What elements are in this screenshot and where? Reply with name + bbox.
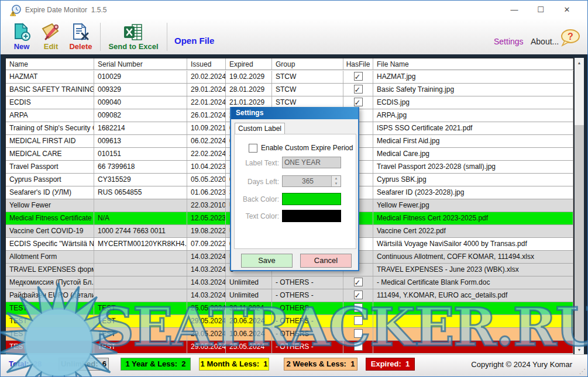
new-button-label: New bbox=[8, 42, 36, 51]
window-title: Expire Date Monitor 1.5.5 bbox=[25, 6, 106, 14]
cell-file: Seafarer ID (2023-2028).jpg bbox=[373, 186, 573, 199]
settings-button[interactable]: Settings bbox=[494, 37, 524, 46]
hasfile-checkbox-checked[interactable] bbox=[354, 278, 363, 286]
cancel-button[interactable]: Cancel bbox=[300, 254, 352, 268]
cell-name: Медкомиссия (Пустой Бл... bbox=[6, 276, 94, 289]
hasfile-checkbox-checked[interactable] bbox=[354, 72, 363, 81]
scroll-up-button[interactable]: ▲ bbox=[575, 58, 584, 68]
open-file-button[interactable]: Open File bbox=[174, 36, 214, 46]
help-icon[interactable]: ? bbox=[559, 29, 581, 47]
table-row[interactable]: Райфайзен EURO (детали...14.03.2024Unlim… bbox=[6, 289, 573, 302]
cell-issued: 14.03.2024 bbox=[187, 276, 226, 289]
hasfile-checkbox-unchecked[interactable] bbox=[354, 329, 363, 338]
new-button[interactable]: New bbox=[8, 23, 36, 51]
tab-custom-label[interactable]: Custom Label bbox=[235, 123, 285, 134]
cell-file: Medical Fitness Cert 2023-2025.pdf bbox=[373, 212, 573, 224]
cell-hasFile[interactable] bbox=[343, 71, 373, 83]
hasfile-checkbox-checked[interactable] bbox=[354, 98, 363, 106]
cell-name: Yellow Fewer bbox=[6, 199, 94, 212]
table-row[interactable]: TESTTEST29.05.202420.06.2024- OTHERS - bbox=[6, 315, 573, 328]
edit-button[interactable]: Edit bbox=[37, 23, 65, 51]
cell-hasFile[interactable] bbox=[343, 315, 373, 327]
cell-issued: 29.05.2024 bbox=[187, 315, 226, 327]
cell-name: TEST bbox=[6, 302, 94, 314]
stepper-up-icon[interactable]: ▲ bbox=[332, 176, 341, 181]
hasfile-checkbox-unchecked[interactable] bbox=[354, 342, 363, 351]
cell-serial: 010151 bbox=[94, 148, 187, 160]
scrollbar-thumb[interactable] bbox=[575, 68, 584, 125]
back-color-label: Back Color: bbox=[237, 195, 279, 203]
resize-grip-icon[interactable]: ⋰ bbox=[579, 368, 586, 375]
cell-serial bbox=[94, 251, 187, 263]
table-row[interactable]: Медкомиссия (Пустой Бл...14.03.2024Unlim… bbox=[6, 276, 573, 289]
toolbar-separator bbox=[100, 23, 101, 51]
column-header-serial[interactable]: Serial Number bbox=[94, 58, 187, 70]
cell-expired: 20.06.2024 bbox=[226, 315, 272, 327]
cell-issued: 25.05.2024 bbox=[187, 302, 226, 314]
table-header-row: NameSerial NumberIssuedExpiredGroupHasFi… bbox=[6, 58, 573, 71]
enable-custom-expire-checkbox[interactable] bbox=[249, 144, 257, 153]
excel-icon bbox=[122, 23, 145, 41]
cell-serial bbox=[94, 276, 187, 289]
hasfile-checkbox-unchecked[interactable] bbox=[354, 316, 363, 325]
cell-serial: 010029 bbox=[94, 71, 187, 83]
table-row[interactable]: HAZMAT01002920.02.202419.02.2029STCWHAZM… bbox=[6, 71, 573, 84]
scroll-down-button[interactable]: ▼ bbox=[575, 345, 584, 355]
cell-hasFile[interactable] bbox=[343, 84, 373, 96]
toolbar: New Edit Delete Send to Excel Open File … bbox=[1, 19, 587, 55]
cell-hasFile[interactable] bbox=[343, 289, 373, 302]
vertical-scrollbar[interactable]: ▲ ▼ bbox=[575, 58, 584, 355]
column-header-issued[interactable]: Issued bbox=[187, 58, 226, 70]
table-row[interactable]: TESTTEST25.05.202430.11.2024- OTHERS - bbox=[6, 302, 573, 315]
send-to-excel-button[interactable]: Send to Excel bbox=[104, 23, 163, 51]
hasfile-checkbox-checked[interactable] bbox=[354, 85, 363, 94]
column-header-file[interactable]: File Name bbox=[373, 58, 573, 70]
maximize-button[interactable]: ☐ bbox=[529, 1, 552, 19]
delete-button[interactable]: Delete bbox=[65, 23, 97, 51]
stepper-down-icon[interactable]: ▼ bbox=[332, 181, 341, 186]
save-button[interactable]: Save bbox=[241, 254, 293, 268]
cell-file bbox=[373, 302, 573, 314]
column-header-hasFile[interactable]: HasFile bbox=[343, 58, 373, 70]
days-left-stepper[interactable]: 365 ▲▼ bbox=[282, 175, 341, 187]
cell-issued: 07.09.2022 bbox=[187, 238, 226, 250]
cell-serial bbox=[94, 199, 187, 212]
cell-serial: RUS 0654855 bbox=[94, 186, 187, 199]
hasfile-checkbox-checked[interactable] bbox=[354, 290, 363, 299]
cell-hasFile[interactable] bbox=[343, 341, 373, 353]
cell-file: Travel Passport 2023-2028 (small).jpg bbox=[373, 161, 573, 173]
cell-hasFile[interactable] bbox=[343, 328, 373, 340]
status-panel-1-month: 1 Month & Less: 1 bbox=[199, 358, 269, 371]
cell-name: Seafarer's ID (УЛМ) bbox=[6, 186, 94, 199]
table-row[interactable]: TESTTEST29.05.202410.06.2024- OTHERS - bbox=[6, 328, 573, 341]
statusbar: Total: 28 Unlimited: 61 Year & Less: 21 … bbox=[1, 354, 587, 376]
cell-serial: TEST bbox=[94, 328, 187, 340]
close-button[interactable]: ✕ bbox=[555, 1, 579, 19]
hasfile-checkbox-unchecked[interactable] bbox=[354, 303, 363, 312]
table-row[interactable]: TESTTEST29.05.202425.05.2024- OTHERS - bbox=[6, 341, 573, 354]
table-row[interactable]: BASIC SAFETY TRAINING00932929.01.202428.… bbox=[6, 84, 573, 96]
cell-name: Training of Ship's Security O... bbox=[6, 122, 94, 134]
cell-name: TRAVEL EXPENSES форма bbox=[6, 264, 94, 276]
cell-file bbox=[373, 315, 573, 327]
column-header-expired[interactable]: Expired bbox=[226, 58, 272, 70]
back-color-swatch[interactable] bbox=[282, 193, 341, 205]
cell-name: Medical Fitness Certificate bbox=[6, 212, 94, 224]
toolbar-separator bbox=[167, 23, 167, 51]
dialog-titlebar[interactable]: Settings bbox=[231, 107, 358, 119]
column-header-group[interactable]: Group bbox=[272, 58, 343, 70]
stepper-buttons[interactable]: ▲▼ bbox=[331, 176, 341, 186]
cell-name: Travel Passport bbox=[6, 161, 94, 173]
cell-hasFile[interactable] bbox=[343, 302, 373, 314]
cell-name: Vaccine Cert COVID-19 bbox=[6, 225, 94, 237]
cell-name: TEST bbox=[6, 341, 94, 353]
column-header-name[interactable]: Name bbox=[6, 58, 94, 70]
cell-name: MEDICAL CARE bbox=[6, 148, 94, 160]
about-button[interactable]: About... bbox=[531, 37, 559, 46]
cell-serial: MYCERTM00120YKR8KH4... bbox=[94, 238, 187, 250]
text-color-swatch[interactable] bbox=[282, 210, 341, 222]
cell-hasFile[interactable] bbox=[343, 276, 373, 289]
cell-group: - OTHERS - bbox=[272, 276, 343, 289]
minimize-button[interactable]: — bbox=[503, 1, 526, 19]
label-text-input[interactable]: ONE YEAR bbox=[282, 157, 341, 168]
